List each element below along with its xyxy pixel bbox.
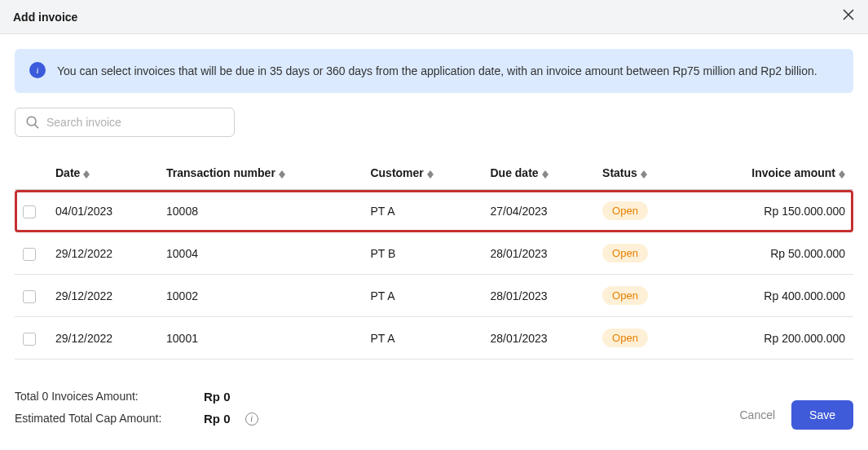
info-banner: i You can select invoices that will be d… (15, 49, 853, 93)
cell-amount: Rp 200.000.000 (688, 317, 853, 360)
sort-icon (641, 170, 647, 179)
total-invoices-label: Total 0 Invoices Amount: (15, 386, 194, 407)
col-status[interactable]: Status (594, 157, 687, 190)
sort-icon (427, 170, 434, 179)
table-row[interactable]: 29/12/202210002PT A28/01/2023OpenRp 400.… (15, 275, 853, 317)
cell-txn: 10004 (158, 232, 362, 275)
row-checkbox[interactable] (23, 333, 36, 346)
col-txn-label: Transaction number (166, 166, 275, 179)
col-amount-label: Invoice amount (751, 166, 835, 179)
cell-txn: 10001 (158, 317, 362, 360)
info-banner-text: You can select invoices that will be due… (57, 62, 817, 80)
search-input[interactable] (46, 116, 224, 129)
col-amount[interactable]: Invoice amount (688, 157, 853, 190)
svg-point-0 (27, 117, 36, 126)
search-icon (25, 115, 40, 130)
modal-footer: Total 0 Invoices Amount: Rp 0 Estimated … (0, 374, 868, 444)
footer-actions: Cancel Save (739, 400, 853, 430)
table-row[interactable]: 29/12/202210004PT B28/01/2023OpenRp 50.0… (15, 232, 853, 275)
modal-title: Add invoice (13, 11, 77, 24)
col-customer[interactable]: Customer (362, 157, 482, 190)
col-due[interactable]: Due date (482, 157, 594, 190)
close-icon (842, 8, 855, 21)
cell-amount: Rp 400.000.000 (688, 275, 853, 317)
cap-amount-value: Rp 0 (204, 408, 231, 430)
table-row[interactable]: 04/01/202310008PT A27/04/2023OpenRp 150.… (15, 190, 853, 232)
row-checkbox[interactable] (23, 205, 36, 218)
col-date-label: Date (55, 166, 80, 179)
cell-amount: Rp 50.000.000 (688, 232, 853, 275)
cell-amount: Rp 150.000.000 (688, 190, 853, 232)
search-box[interactable] (15, 108, 235, 137)
cell-status: Open (594, 190, 687, 232)
info-tooltip-icon[interactable]: i (245, 412, 258, 426)
modal-body: i You can select invoices that will be d… (0, 34, 868, 374)
totals-block: Total 0 Invoices Amount: Rp 0 Estimated … (15, 386, 258, 430)
cell-customer: PT A (362, 275, 482, 317)
status-badge: Open (602, 244, 648, 262)
col-checkbox (15, 157, 47, 190)
info-icon: i (29, 62, 46, 78)
col-customer-label: Customer (370, 166, 423, 179)
row-checkbox[interactable] (23, 248, 36, 261)
cell-status: Open (594, 317, 687, 360)
modal-header: Add invoice (0, 0, 868, 34)
cell-due: 28/01/2023 (482, 317, 594, 360)
sort-icon (839, 170, 845, 179)
close-button[interactable] (842, 8, 855, 25)
cell-txn: 10002 (158, 275, 362, 317)
col-txn[interactable]: Transaction number (158, 157, 362, 190)
status-badge: Open (602, 329, 648, 347)
cell-customer: PT A (362, 190, 482, 232)
invoice-table: Date Transaction number Customer Due dat… (15, 157, 853, 360)
cell-due: 27/04/2023 (482, 190, 594, 232)
svg-line-1 (35, 125, 39, 129)
sort-icon (542, 170, 549, 179)
status-badge: Open (602, 201, 648, 220)
cell-date: 04/01/2023 (47, 190, 158, 232)
cell-txn: 10008 (158, 190, 362, 232)
col-status-label: Status (602, 166, 637, 179)
cell-status: Open (594, 275, 687, 317)
cell-date: 29/12/2022 (47, 232, 158, 275)
total-invoices-value: Rp 0 (204, 386, 231, 408)
cell-date: 29/12/2022 (47, 317, 158, 360)
sort-icon (83, 170, 90, 179)
cell-customer: PT A (362, 317, 482, 360)
cancel-button[interactable]: Cancel (739, 408, 775, 421)
cell-due: 28/01/2023 (482, 232, 594, 275)
col-date[interactable]: Date (47, 157, 158, 190)
cell-status: Open (594, 232, 687, 275)
save-button[interactable]: Save (791, 400, 853, 430)
sort-icon (279, 170, 285, 179)
row-checkbox[interactable] (23, 290, 36, 303)
cap-amount-label: Estimated Total Cap Amount: (15, 408, 194, 429)
cell-due: 28/01/2023 (482, 275, 594, 317)
table-row[interactable]: 29/12/202210001PT A28/01/2023OpenRp 200.… (15, 317, 853, 360)
cell-date: 29/12/2022 (47, 275, 158, 317)
status-badge: Open (602, 286, 648, 305)
col-due-label: Due date (490, 166, 538, 179)
cell-customer: PT B (362, 232, 482, 275)
